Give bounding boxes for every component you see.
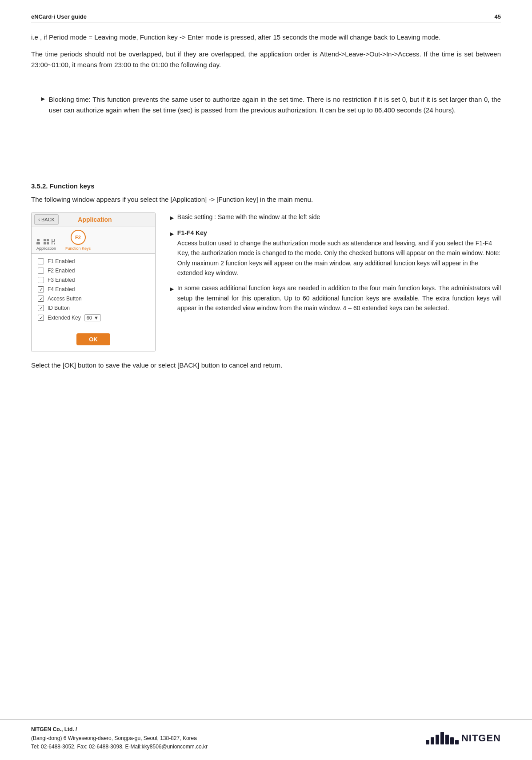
f1f4-content: F1-F4 Key Access button used to change t… [177, 228, 501, 278]
checkbox-f1[interactable]: F1 Enabled [38, 258, 149, 264]
ok-button[interactable]: OK [76, 333, 110, 345]
cb-extended-check-icon: ✓ [39, 316, 43, 320]
person-icon [36, 239, 42, 245]
cb-f2-box[interactable] [38, 268, 44, 274]
svg-rect-5 [47, 242, 49, 244]
cb-f4-label: F4 Enabled [48, 286, 75, 292]
cb-access-check-icon: ✓ [39, 296, 43, 301]
f1f4-heading: F1-F4 Key [177, 229, 207, 236]
checkbox-f4[interactable]: ✓ F4 Enabled [38, 286, 149, 292]
svg-rect-1 [36, 242, 40, 244]
select-dropdown-icon: ▼ [94, 315, 99, 320]
right-bullet-f1f4: ► F1-F4 Key Access button used to change… [169, 228, 501, 278]
nav-application[interactable]: Application [36, 239, 56, 251]
logo-bar-2 [431, 737, 434, 744]
basic-setting-text: Basic setting : Same with the window at … [177, 212, 320, 222]
section-intro: The following window appears if you sele… [31, 194, 501, 205]
cb-access-box[interactable]: ✓ [38, 296, 44, 302]
footer-contact: Tel: 02-6488-3052, Fax: 02-6488-3098, E-… [31, 743, 208, 751]
mockup-app-title: Application [61, 216, 128, 223]
mockup-checkboxes-body: F1 Enabled F2 Enabled F3 Enabled ✓ [32, 254, 155, 329]
svg-rect-2 [44, 239, 46, 241]
save-note: Select the [OK] button to save the value… [31, 360, 501, 371]
checkbox-extended[interactable]: ✓ Extended Key 60 ▼ [38, 314, 149, 321]
right-bullet-additional: ► In some cases additional function keys… [169, 283, 501, 313]
footer-address-line: (Bangi-dong) 6 Wiryeseong-daero, Songpa-… [31, 734, 208, 743]
checkbox-f2[interactable]: F2 Enabled [38, 268, 149, 274]
logo-bar-1 [426, 740, 429, 744]
right-bullet-arrow-1: ► [169, 213, 175, 223]
section-352-heading: 3.5.2. Function keys [31, 182, 501, 190]
cb-id-box[interactable]: ✓ [38, 305, 44, 311]
footer-inner: NITGEN Co., Ltd. / (Bangi-dong) 6 Wiryes… [31, 725, 501, 751]
back-label: BACK [41, 217, 55, 222]
two-col-layout: ‹ BACK Application [31, 212, 501, 352]
page-number: 45 [495, 13, 501, 20]
cb-f4-box[interactable]: ✓ [38, 286, 44, 292]
checkbox-f3[interactable]: F3 Enabled [38, 277, 149, 283]
logo-bar-7 [455, 740, 459, 744]
checkbox-access[interactable]: ✓ Access Button [38, 296, 149, 302]
para2: The time periods should not be overlappe… [31, 49, 501, 70]
logo-bar-3 [436, 735, 439, 744]
cb-f4-check-icon: ✓ [39, 287, 43, 292]
cb-id-label: ID Button [48, 305, 70, 311]
logo-bar-4 [440, 732, 444, 744]
logo-bar-5 [445, 735, 449, 744]
extended-key-value: 60 [87, 315, 92, 320]
page-footer: NITGEN Co., Ltd. / (Bangi-dong) 6 Wiryes… [0, 720, 532, 760]
additional-keys-text: In some cases additional function keys a… [177, 283, 501, 313]
doc-title: eNCard-i User guide [31, 13, 87, 20]
svg-rect-4 [44, 242, 46, 244]
nitgen-logo-text: NITGEN [461, 732, 501, 744]
cb-extended-label: Extended Key [48, 315, 81, 321]
cb-f3-box[interactable] [38, 277, 44, 283]
svg-rect-0 [37, 239, 40, 241]
svg-rect-3 [47, 239, 49, 241]
fork-icon [50, 239, 56, 245]
mockup-back-button[interactable]: ‹ BACK [34, 214, 59, 225]
ui-mockup: ‹ BACK Application [31, 212, 156, 352]
f1f4-text: Access button used to change the authori… [177, 240, 500, 276]
footer-address: NITGEN Co., Ltd. / (Bangi-dong) 6 Wiryes… [31, 725, 208, 751]
bullet-arrow-icon: ► [40, 95, 46, 102]
cb-id-check-icon: ✓ [39, 306, 43, 311]
footer-logo: NITGEN [426, 732, 501, 744]
right-bullet-basic: ► Basic setting : Same with the window a… [169, 212, 501, 223]
cb-f1-box[interactable] [38, 258, 44, 264]
cb-extended-box[interactable]: ✓ [38, 315, 44, 321]
page-header: eNCard-i User guide 45 [31, 13, 501, 23]
back-arrow-icon: ‹ [38, 216, 40, 223]
logo-bar-6 [450, 737, 454, 744]
right-column: ► Basic setting : Same with the window a… [169, 212, 501, 319]
footer-company: NITGEN Co., Ltd. / [31, 726, 77, 732]
cb-f1-label: F1 Enabled [48, 258, 75, 264]
para1: i.e , if Period mode = Leaving mode, Fun… [31, 32, 501, 43]
extended-key-select[interactable]: 60 ▼ [84, 314, 101, 321]
grid-icon [43, 239, 49, 245]
blocking-time-section: ► Blocking time: This function prevents … [31, 94, 501, 116]
nav-app-icons [36, 239, 56, 245]
mockup-header: ‹ BACK Application [32, 212, 155, 227]
nav-function-keys-label: Function Keys [65, 246, 91, 251]
mockup-nav: Application F2 Function Keys [32, 227, 155, 254]
checkbox-id[interactable]: ✓ ID Button [38, 305, 149, 311]
cb-access-label: Access Button [48, 296, 82, 302]
f2-badge: F2 [71, 230, 86, 245]
nav-application-label: Application [36, 246, 56, 251]
cb-f3-label: F3 Enabled [48, 277, 75, 283]
cb-f2-label: F2 Enabled [48, 268, 75, 274]
blocking-time-text: Blocking time: This function prevents th… [49, 94, 501, 116]
nav-function-keys[interactable]: F2 Function Keys [65, 230, 91, 251]
mockup-footer: OK [32, 329, 155, 352]
right-bullet-arrow-3: ► [169, 284, 175, 294]
logo-bars-icon [426, 732, 459, 744]
right-bullet-arrow-2: ► [169, 229, 175, 239]
